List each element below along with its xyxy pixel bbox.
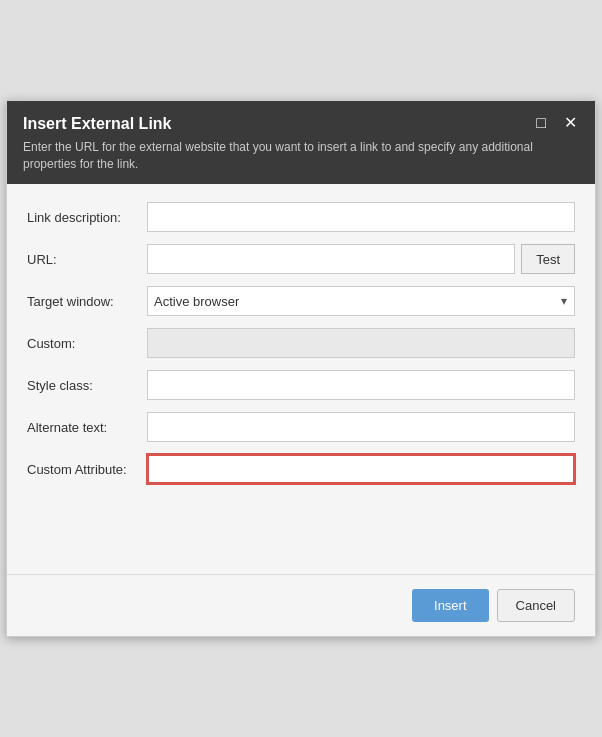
link-description-input[interactable] <box>147 202 575 232</box>
dialog-description: Enter the URL for the external website t… <box>23 139 579 173</box>
insert-external-link-dialog: Insert External Link Enter the URL for t… <box>6 100 596 638</box>
url-row: URL: Test <box>27 244 575 274</box>
dialog-header: Insert External Link Enter the URL for t… <box>7 101 595 185</box>
close-button[interactable]: ✕ <box>560 113 581 133</box>
alternate-text-label: Alternate text: <box>27 420 147 435</box>
style-class-label: Style class: <box>27 378 147 393</box>
minimize-button[interactable]: □ <box>532 113 550 133</box>
dialog-title: Insert External Link <box>23 115 579 133</box>
target-window-label: Target window: <box>27 294 147 309</box>
custom-input <box>147 328 575 358</box>
dialog-footer: Insert Cancel <box>7 574 595 636</box>
custom-attribute-label: Custom Attribute: <box>27 462 147 477</box>
custom-attribute-row: Custom Attribute: <box>27 454 575 484</box>
custom-row: Custom: <box>27 328 575 358</box>
target-window-select[interactable]: Active browser New window Same frame Par… <box>147 286 575 316</box>
alternate-text-input[interactable] <box>147 412 575 442</box>
url-label: URL: <box>27 252 147 267</box>
test-button[interactable]: Test <box>521 244 575 274</box>
dialog-header-controls: □ ✕ <box>532 113 581 133</box>
style-class-row: Style class: <box>27 370 575 400</box>
link-description-label: Link description: <box>27 210 147 225</box>
cancel-button[interactable]: Cancel <box>497 589 575 622</box>
link-description-row: Link description: <box>27 202 575 232</box>
custom-label: Custom: <box>27 336 147 351</box>
dialog-body: Link description: URL: Test Target windo… <box>7 184 595 514</box>
alternate-text-row: Alternate text: <box>27 412 575 442</box>
url-field-group: Test <box>147 244 575 274</box>
url-input[interactable] <box>147 244 515 274</box>
custom-attribute-input[interactable] <box>147 454 575 484</box>
style-class-input[interactable] <box>147 370 575 400</box>
target-window-row: Target window: Active browser New window… <box>27 286 575 316</box>
insert-button[interactable]: Insert <box>412 589 489 622</box>
target-window-select-wrapper: Active browser New window Same frame Par… <box>147 286 575 316</box>
